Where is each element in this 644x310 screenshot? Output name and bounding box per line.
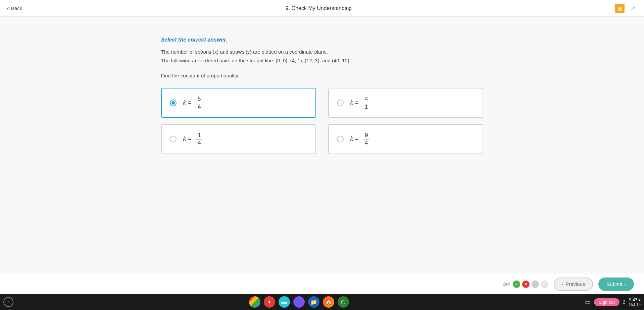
dot-3-empty (532, 281, 539, 288)
expand-icon: ↗ (630, 5, 635, 12)
taskbar-right: ▭ Sign out 2 9:47 ▾ Oct 19 (584, 297, 641, 307)
notebook-icon: ▦ (618, 6, 622, 11)
submit-arrow-icon: › (624, 281, 626, 287)
taskbar-chrome-icon[interactable] (249, 296, 260, 308)
choice-a-math: k = 5 4 (183, 96, 202, 110)
wifi-icon: ▾ (639, 298, 641, 302)
taskbar-app-files[interactable]: 📁 (308, 296, 319, 308)
radio-d (337, 136, 344, 142)
top-bar: Back 9. Check My Understanding ▦ ↗ (0, 0, 644, 17)
question-line1: The number of spoons (x) and straws (y) … (161, 49, 328, 55)
dot-1-correct: ✓ (513, 281, 520, 288)
prev-arrow-icon: ‹ (562, 281, 563, 287)
previous-button[interactable]: ‹ Previous (554, 277, 593, 291)
choice-c[interactable]: k = 1 4 (161, 124, 316, 154)
system-circle-icon[interactable]: ○ (3, 297, 13, 307)
choice-d-math: k = 9 4 (350, 132, 369, 146)
previous-label: Previous (565, 281, 585, 287)
sign-out-button[interactable]: Sign out (594, 298, 620, 306)
taskbar-app-green[interactable]: ⬡ (338, 296, 349, 308)
progress-dots: ✓ ✕ (513, 281, 548, 288)
top-right-actions: ▦ ↗ (615, 4, 637, 13)
fraction-b: 4 1 (363, 96, 369, 110)
taskbar-app-multi[interactable]: 🏠 (323, 296, 334, 308)
progress-label: 3/4 (503, 281, 510, 287)
choice-b[interactable]: k = 4 1 (328, 88, 483, 118)
progress-indicator: 3/4 ✓ ✕ (503, 281, 548, 288)
instruction-label: Select the correct answer. (161, 37, 483, 43)
back-button[interactable]: Back (7, 4, 22, 12)
taskbar: ○ ✦ ▬ 🎵 📁 🏠 ⬡ ▭ Sign out 2 9:47 ▾ Oct 19 (0, 294, 644, 310)
choice-d[interactable]: k = 9 4 (328, 124, 483, 154)
question-line2: The following are ordered pairs on the s… (161, 58, 351, 63)
notebook-icon-button[interactable]: ▦ (615, 4, 625, 13)
taskbar-date: Oct 19 (629, 302, 641, 307)
submit-button[interactable]: Submit › (598, 277, 634, 291)
taskbar-left: ○ (3, 297, 13, 307)
bottom-bar: 3/4 ✓ ✕ ‹ Previous Submit › (0, 274, 644, 294)
submit-label: Submit (606, 281, 622, 287)
taskbar-app-red[interactable]: ✦ (264, 296, 275, 308)
sign-out-label: Sign out (599, 300, 615, 305)
taskbar-apps: ✦ ▬ 🎵 📁 🏠 ⬡ (16, 296, 582, 308)
radio-b (337, 100, 344, 106)
taskbar-datetime: 9:47 ▾ Oct 19 (629, 297, 641, 307)
choice-c-math: k = 1 4 (183, 132, 202, 146)
page-title: 9. Check My Understanding (286, 5, 352, 11)
choices-grid: k = 5 4 k = 4 1 (161, 88, 483, 154)
taskbar-app-purple[interactable]: 🎵 (293, 296, 305, 308)
radio-c (170, 136, 177, 142)
dot-2-incorrect: ✕ (522, 281, 530, 288)
fraction-a: 5 4 (196, 96, 202, 110)
question-container: Select the correct answer. The number of… (161, 37, 483, 154)
monitor-icon: ▭ (584, 298, 591, 306)
radio-a (170, 100, 177, 106)
main-content: Select the correct answer. The number of… (0, 17, 644, 274)
fraction-c: 1 4 (196, 132, 202, 146)
expand-icon-button[interactable]: ↗ (628, 4, 637, 13)
taskbar-time: 9:47 ▾ (629, 297, 641, 302)
taskbar-question-num: 2 (623, 299, 626, 305)
back-label: Back (11, 5, 22, 11)
question-text: The number of spoons (x) and straws (y) … (161, 48, 483, 65)
choice-a[interactable]: k = 5 4 (161, 88, 316, 118)
taskbar-app-teal[interactable]: ▬ (279, 296, 290, 308)
dot-4-empty (541, 281, 548, 288)
choice-b-math: k = 4 1 (350, 96, 369, 110)
find-text: Find the constant of proportionality. (161, 73, 483, 78)
fraction-d: 9 4 (363, 132, 369, 146)
